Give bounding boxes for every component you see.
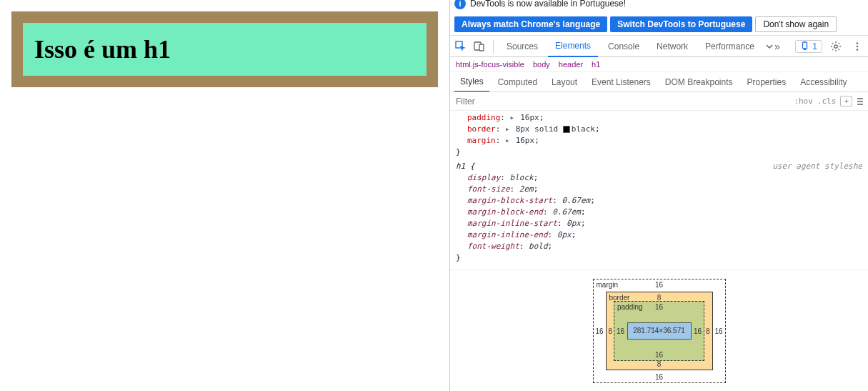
- svg-point-5: [834, 44, 837, 47]
- new-rule-button[interactable]: +: [840, 96, 852, 107]
- subtab-accessibility[interactable]: Accessibility: [794, 72, 852, 91]
- ua-prop-display: display: [467, 173, 500, 182]
- color-swatch-black[interactable]: [563, 126, 570, 133]
- tab-console[interactable]: Console: [601, 36, 647, 56]
- inspect-element-icon[interactable]: [453, 39, 469, 54]
- hov-toggle[interactable]: :hov: [794, 96, 813, 106]
- subtab-event-listeners[interactable]: Event Listeners: [586, 72, 657, 91]
- ua-stylesheet-label: user agent styleshe: [772, 161, 862, 172]
- bm-content[interactable]: 281.714×36.571: [627, 322, 692, 340]
- crumb-h1[interactable]: h1: [592, 60, 600, 69]
- devtools-panel: i DevTools is now available in Portugues…: [449, 0, 868, 391]
- settings-icon[interactable]: [828, 39, 844, 54]
- switch-language-button[interactable]: Switch DevTools to Portuguese: [610, 16, 752, 32]
- more-tabs-icon[interactable]: »: [764, 39, 780, 54]
- svg-point-6: [857, 42, 859, 44]
- ua-prop-fw: font-weight: [467, 242, 519, 251]
- svg-rect-10: [857, 101, 863, 102]
- svg-rect-9: [857, 98, 863, 99]
- subtab-dom-breakpoints[interactable]: DOM Breakpoints: [659, 72, 739, 91]
- svg-rect-3: [803, 42, 807, 49]
- tab-elements[interactable]: Elements: [548, 36, 598, 57]
- tab-sources[interactable]: Sources: [499, 36, 545, 56]
- page-preview: Isso é um h1: [0, 0, 449, 391]
- bm-padding-left[interactable]: 16: [617, 327, 624, 335]
- styles-filter-row: :hov .cls +: [450, 92, 868, 111]
- prop-margin-name[interactable]: margin: [467, 136, 496, 145]
- user-agent-rule: user agent styleshe h1 { display: block;…: [456, 161, 862, 264]
- box-model-diagram: margin 16 16 16 16 border 8 8 8 8 paddin…: [450, 269, 868, 391]
- prop-margin-value[interactable]: 16px: [516, 136, 535, 145]
- device-toolbar-icon[interactable]: [472, 39, 487, 54]
- notification-text: DevTools is now available in Portuguese!: [470, 0, 626, 9]
- crumb-html[interactable]: html.js-focus-visible: [456, 60, 524, 69]
- prop-padding-value[interactable]: 16px: [520, 113, 539, 122]
- bm-padding-top[interactable]: 16: [655, 303, 663, 311]
- tab-performance[interactable]: Performance: [698, 36, 762, 56]
- divider: [493, 40, 494, 53]
- ua-prop-mbs: margin-block-start: [467, 196, 552, 205]
- bm-margin-bottom[interactable]: 16: [655, 373, 663, 381]
- bm-margin-right[interactable]: 16: [714, 327, 722, 335]
- styles-subtabs: Styles Computed Layout Event Listeners D…: [450, 72, 868, 92]
- bm-margin[interactable]: margin 16 16 16 16 border 8 8 8 8 paddin…: [593, 279, 726, 383]
- ua-rule-close: }: [456, 252, 862, 264]
- crumb-body[interactable]: body: [533, 60, 550, 69]
- cls-toggle[interactable]: .cls: [817, 96, 837, 106]
- bm-content-size: 281.714×36.571: [633, 327, 685, 335]
- svg-rect-4: [804, 49, 806, 50]
- bm-border[interactable]: border 8 8 8 8 padding 16 16 16 16 281.7…: [606, 292, 713, 370]
- rule-close-brace: }: [456, 147, 862, 158]
- bm-padding-bottom[interactable]: 16: [655, 351, 663, 359]
- language-notification: i DevTools is now available in Portugues…: [450, 0, 868, 36]
- svg-point-8: [857, 49, 859, 51]
- subtab-computed[interactable]: Computed: [492, 72, 543, 91]
- ua-prop-mbe: margin-block-end: [467, 207, 543, 217]
- svg-rect-11: [857, 104, 863, 105]
- styles-filter-input[interactable]: [450, 96, 789, 107]
- info-icon: i: [454, 0, 466, 9]
- bm-margin-left[interactable]: 16: [596, 327, 604, 335]
- bm-padding[interactable]: padding 16 16 16 16 281.714×36.571: [614, 301, 704, 361]
- prop-padding-name[interactable]: padding: [467, 113, 500, 122]
- dom-breadcrumb: html.js-focus-visible body header h1: [450, 57, 868, 72]
- prop-border-value[interactable]: 8px solid black: [516, 124, 595, 134]
- svg-rect-2: [479, 44, 484, 51]
- tab-network[interactable]: Network: [649, 36, 695, 56]
- prop-border-name[interactable]: border: [467, 124, 496, 134]
- svg-point-7: [857, 45, 859, 47]
- bm-margin-top[interactable]: 16: [655, 281, 663, 289]
- issues-count: 1: [812, 41, 817, 51]
- author-rule: padding: ▸ 16px; border: ▸ 8px solid bla…: [456, 112, 862, 158]
- bm-border-left[interactable]: 8: [609, 327, 613, 335]
- ua-prop-mis: margin-inline-start: [467, 219, 557, 228]
- kebab-menu-icon[interactable]: [849, 39, 865, 54]
- more-actions-icon[interactable]: [857, 96, 864, 107]
- ua-prop-mie: margin-inline-end: [467, 230, 548, 239]
- bm-margin-label: margin: [597, 281, 619, 289]
- ua-prop-fontsize: font-size: [467, 184, 510, 194]
- devtools-tabs: Sources Elements Console Network Perform…: [450, 36, 868, 57]
- always-match-language-button[interactable]: Always match Chrome's language: [454, 16, 607, 32]
- subtab-layout[interactable]: Layout: [546, 72, 583, 91]
- bm-padding-label: padding: [617, 303, 643, 311]
- subtab-styles[interactable]: Styles: [454, 73, 489, 92]
- issues-button[interactable]: 1: [795, 40, 822, 53]
- crumb-header[interactable]: header: [559, 60, 583, 69]
- preview-h1-element[interactable]: Isso é um h1: [11, 11, 438, 87]
- styles-pane[interactable]: padding: ▸ 16px; border: ▸ 8px solid bla…: [450, 111, 868, 269]
- subtab-properties[interactable]: Properties: [742, 72, 792, 91]
- bm-padding-right[interactable]: 16: [694, 327, 702, 335]
- bm-border-right[interactable]: 8: [706, 327, 710, 335]
- bm-border-bottom[interactable]: 8: [657, 360, 662, 368]
- dont-show-again-button[interactable]: Don't show again: [755, 16, 837, 32]
